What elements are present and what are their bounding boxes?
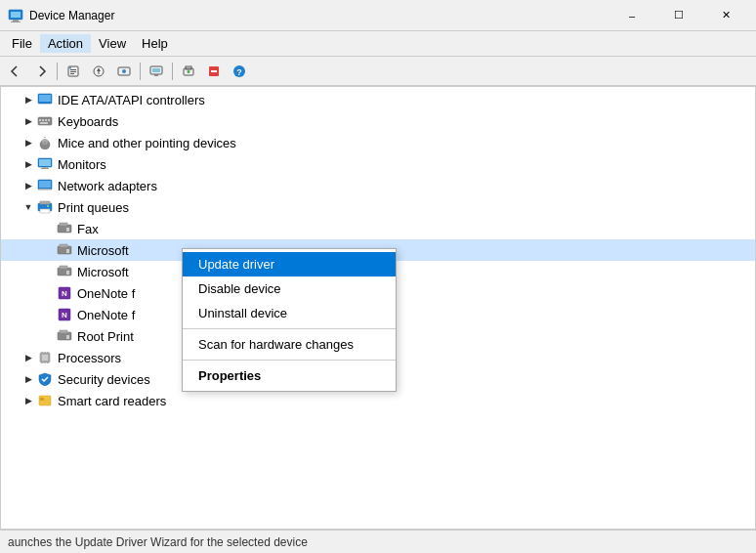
update-driver-button[interactable] — [87, 61, 110, 82]
title-bar: Device Manager – ☐ ✕ — [0, 0, 756, 31]
svg-rect-48 — [66, 249, 69, 253]
maximize-button[interactable]: ☐ — [656, 6, 701, 25]
close-button[interactable]: ✕ — [703, 6, 748, 25]
tree-icon-print-queues — [36, 199, 54, 215]
tree-label-monitors: Monitors — [58, 157, 106, 172]
tree-item-keyboards[interactable]: ▶ Keyboards — [1, 110, 755, 132]
remove-button[interactable] — [202, 61, 226, 82]
menu-bar: File Action View Help — [0, 31, 756, 57]
toolbar-sep-2 — [140, 63, 141, 80]
context-menu-scan-hardware[interactable]: Scan for hardware changes — [183, 332, 396, 357]
add-legacy-button[interactable] — [177, 61, 200, 82]
context-menu-update-driver[interactable]: Update driver — [183, 252, 396, 276]
svg-rect-7 — [70, 73, 74, 74]
tree-item-print-queues[interactable]: ▼ Print queues — [1, 196, 755, 218]
svg-rect-60 — [42, 355, 48, 361]
svg-rect-14 — [154, 74, 158, 76]
tree-icon-smart-card — [36, 393, 54, 408]
tree-icon-microsoft1 — [56, 242, 73, 258]
main-content: ▶ IDE ATA/ATAPI controllers ▶ — [0, 86, 756, 530]
context-menu-sep-2 — [183, 360, 396, 361]
window-controls: – ☐ ✕ — [609, 6, 748, 25]
tree-arrow-monitors: ▶ — [21, 156, 36, 172]
back-button[interactable] — [4, 61, 27, 82]
status-bar: aunches the Update Driver Wizard for the… — [0, 530, 756, 553]
tree-label-microsoft1: Microsoft — [77, 243, 129, 258]
tree-label-network: Network adapters — [58, 179, 157, 193]
svg-rect-2 — [13, 20, 19, 21]
properties-button[interactable] — [62, 61, 85, 82]
svg-rect-51 — [66, 271, 69, 275]
svg-rect-5 — [70, 69, 76, 70]
context-menu-properties-label: Properties — [198, 368, 261, 383]
svg-rect-26 — [48, 119, 50, 121]
minimize-button[interactable]: – — [609, 6, 654, 25]
toolbar-sep-3 — [172, 63, 173, 80]
menu-view[interactable]: View — [91, 34, 134, 53]
context-menu-update-driver-label: Update driver — [198, 257, 274, 272]
svg-rect-58 — [66, 335, 69, 339]
svg-rect-1 — [11, 12, 21, 18]
tree-icon-security — [36, 371, 54, 387]
svg-rect-24 — [42, 119, 44, 121]
menu-file[interactable]: File — [4, 34, 40, 53]
toolbar-sep-1 — [57, 63, 58, 80]
svg-point-42 — [47, 205, 49, 207]
tree-arrow-ide-ata: ▶ — [21, 92, 36, 107]
context-menu-scan-hardware-label: Scan for hardware changes — [198, 337, 354, 352]
tree-item-smart-card[interactable]: ▶ Smart card readers — [1, 390, 755, 411]
tree-arrow-network: ▶ — [21, 178, 36, 193]
app-icon — [8, 8, 23, 23]
tree-arrow-security: ▶ — [21, 371, 36, 387]
help-button[interactable]: ? — [228, 61, 251, 82]
svg-rect-57 — [60, 330, 67, 333]
menu-help[interactable]: Help — [134, 34, 176, 53]
svg-rect-6 — [70, 71, 76, 72]
tree-label-mice: Mice and other pointing devices — [58, 136, 236, 150]
tree-item-mice[interactable]: ▶ Mice and other pointing devices — [1, 132, 755, 153]
tree-label-ide-ata: IDE ATA/ATAPI controllers — [58, 93, 205, 107]
tree-icon-fax — [56, 221, 73, 236]
svg-rect-68 — [40, 398, 44, 401]
svg-rect-40 — [40, 201, 50, 204]
context-menu: Update driver Disable device Uninstall d… — [182, 248, 397, 392]
menu-action[interactable]: Action — [40, 34, 91, 53]
tree-arrow-print-queues: ▼ — [21, 199, 36, 215]
tree-item-network[interactable]: ▶ Network adapters — [1, 175, 755, 196]
svg-rect-25 — [45, 119, 47, 121]
toolbar: ? — [0, 57, 756, 86]
tree-icon-keyboards — [36, 113, 54, 129]
tree-icon-monitors — [36, 156, 54, 172]
svg-rect-38 — [39, 189, 51, 190]
tree-label-root-print: Root Print — [77, 329, 134, 344]
svg-rect-41 — [40, 209, 50, 213]
context-menu-properties[interactable]: Properties — [183, 363, 396, 388]
svg-rect-50 — [60, 266, 67, 269]
context-menu-disable-device[interactable]: Disable device — [183, 276, 396, 301]
tree-label-print-queues: Print queues — [58, 200, 129, 215]
svg-rect-3 — [11, 21, 21, 22]
tree-label-processors: Processors — [58, 351, 121, 365]
svg-point-29 — [42, 139, 48, 145]
tree-icon-microsoft2 — [56, 264, 73, 279]
computer-button[interactable] — [145, 61, 168, 82]
context-menu-uninstall-device[interactable]: Uninstall device — [183, 301, 396, 325]
tree-arrow-processors: ▶ — [21, 350, 36, 365]
svg-rect-13 — [152, 68, 160, 72]
tree-icon-root-print — [56, 328, 73, 344]
svg-point-11 — [122, 69, 126, 73]
tree-icon-processors — [36, 350, 54, 365]
tree-item-ide-ata[interactable]: ▶ IDE ATA/ATAPI controllers — [1, 89, 755, 110]
svg-text:N: N — [62, 289, 67, 298]
status-text: aunches the Update Driver Wizard for the… — [8, 535, 308, 549]
svg-rect-37 — [39, 181, 51, 188]
svg-point-8 — [69, 66, 71, 68]
svg-rect-47 — [60, 244, 67, 247]
forward-button[interactable] — [29, 61, 53, 82]
svg-text:?: ? — [236, 67, 242, 77]
tree-icon-onenote2: N — [56, 307, 73, 322]
scan-changes-button[interactable] — [112, 61, 136, 82]
tree-item-fax[interactable]: ▶ Fax — [1, 218, 755, 239]
tree-item-monitors[interactable]: ▶ Monitors — [1, 153, 755, 175]
tree-arrow-keyboards: ▶ — [21, 113, 36, 129]
